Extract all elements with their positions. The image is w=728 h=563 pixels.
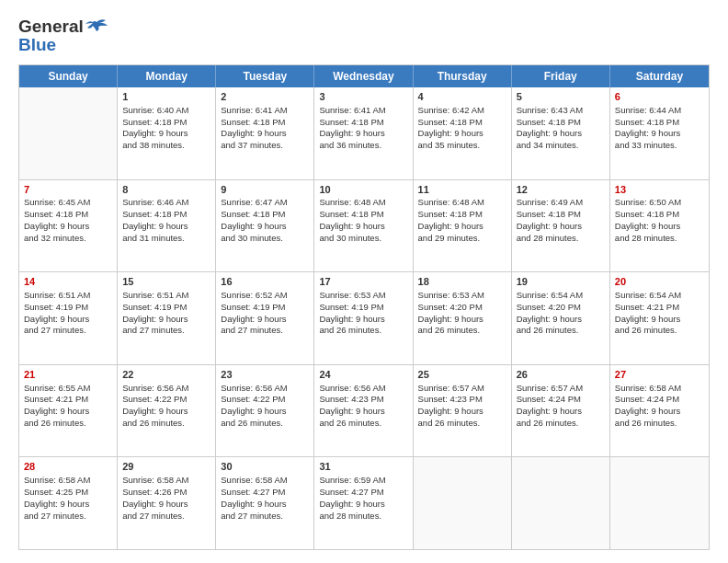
day-info-line: Daylight: 9 hours (319, 221, 407, 233)
day-info-line: Sunset: 4:23 PM (319, 394, 407, 406)
calendar-header: SundayMondayTuesdayWednesdayThursdayFrid… (19, 65, 709, 87)
day-info-line: Sunset: 4:24 PM (615, 394, 704, 406)
day-info-line: Sunset: 4:21 PM (24, 394, 112, 406)
day-info-line: Daylight: 9 hours (517, 406, 605, 418)
day-number: 26 (517, 368, 605, 382)
calendar: SundayMondayTuesdayWednesdayThursdayFrid… (18, 64, 710, 550)
day-info-line: and 29 minutes. (418, 233, 506, 245)
day-info-line: Daylight: 9 hours (615, 314, 704, 326)
day-info-line: Sunrise: 6:50 AM (615, 197, 704, 209)
day-cell-empty (512, 457, 610, 549)
day-info-line: Daylight: 9 hours (319, 406, 407, 418)
day-number: 18 (418, 275, 506, 289)
day-info-line: Sunrise: 6:51 AM (24, 290, 112, 302)
day-info-line: Sunset: 4:18 PM (418, 117, 506, 129)
day-cell-1: 1Sunrise: 6:40 AMSunset: 4:18 PMDaylight… (118, 87, 216, 179)
day-info-line: and 26 minutes. (615, 418, 704, 430)
day-cell-28: 28Sunrise: 6:58 AMSunset: 4:25 PMDayligh… (19, 457, 118, 549)
day-info-line: and 32 minutes. (24, 233, 112, 245)
day-info-line: Sunset: 4:18 PM (615, 117, 704, 129)
day-number: 24 (319, 368, 407, 382)
day-cell-30: 30Sunrise: 6:58 AMSunset: 4:27 PMDayligh… (216, 457, 314, 549)
day-cell-empty (610, 457, 709, 549)
day-number: 27 (615, 368, 704, 382)
day-cell-2: 2Sunrise: 6:41 AMSunset: 4:18 PMDaylight… (216, 87, 314, 179)
day-info-line: Sunrise: 6:41 AM (319, 105, 407, 117)
day-cell-18: 18Sunrise: 6:53 AMSunset: 4:20 PMDayligh… (414, 272, 512, 364)
header-day-sunday: Sunday (19, 65, 118, 87)
logo: General Blue (18, 17, 109, 55)
header: General Blue (18, 17, 710, 55)
day-info-line: Sunset: 4:18 PM (418, 209, 506, 221)
day-info-line: and 30 minutes. (221, 233, 309, 245)
day-cell-26: 26Sunrise: 6:57 AMSunset: 4:24 PMDayligh… (512, 365, 610, 457)
day-info-line: Sunset: 4:19 PM (221, 302, 309, 314)
day-info-line: and 28 minutes. (319, 511, 407, 523)
day-info-line: Sunset: 4:25 PM (24, 487, 112, 499)
day-cell-23: 23Sunrise: 6:56 AMSunset: 4:22 PMDayligh… (216, 365, 314, 457)
day-info-line: Sunrise: 6:51 AM (122, 290, 210, 302)
day-cell-19: 19Sunrise: 6:54 AMSunset: 4:20 PMDayligh… (512, 272, 610, 364)
day-info-line: Sunset: 4:20 PM (418, 302, 506, 314)
day-info-line: Sunrise: 6:45 AM (24, 197, 112, 209)
day-info-line: Sunrise: 6:47 AM (221, 197, 309, 209)
day-info-line: Sunset: 4:19 PM (24, 302, 112, 314)
day-cell-empty (414, 457, 512, 549)
day-info-line: Daylight: 9 hours (517, 128, 605, 140)
day-info-line: Daylight: 9 hours (221, 499, 309, 511)
day-info-line: Sunset: 4:27 PM (319, 487, 407, 499)
day-cell-27: 27Sunrise: 6:58 AMSunset: 4:24 PMDayligh… (610, 365, 709, 457)
logo-general: General (18, 17, 84, 37)
day-cell-13: 13Sunrise: 6:50 AMSunset: 4:18 PMDayligh… (610, 180, 709, 272)
day-info-line: Sunset: 4:22 PM (122, 394, 210, 406)
day-cell-29: 29Sunrise: 6:58 AMSunset: 4:26 PMDayligh… (118, 457, 216, 549)
day-cell-empty (19, 87, 118, 179)
day-info-line: Sunrise: 6:48 AM (418, 197, 506, 209)
day-info-line: and 28 minutes. (615, 233, 704, 245)
header-day-saturday: Saturday (610, 65, 709, 87)
day-info-line: Sunrise: 6:56 AM (122, 383, 210, 395)
day-info-line: and 26 minutes. (319, 418, 407, 430)
day-info-line: Daylight: 9 hours (615, 406, 704, 418)
day-info-line: Daylight: 9 hours (615, 128, 704, 140)
day-info-line: Sunset: 4:18 PM (221, 209, 309, 221)
day-info-line: and 26 minutes. (122, 418, 210, 430)
day-cell-25: 25Sunrise: 6:57 AMSunset: 4:23 PMDayligh… (414, 365, 512, 457)
day-info-line: Daylight: 9 hours (418, 314, 506, 326)
day-number: 15 (122, 275, 210, 289)
header-day-thursday: Thursday (414, 65, 512, 87)
day-info-line: Daylight: 9 hours (319, 314, 407, 326)
day-info-line: Sunset: 4:18 PM (517, 209, 605, 221)
day-info-line: Daylight: 9 hours (122, 221, 210, 233)
day-cell-6: 6Sunrise: 6:44 AMSunset: 4:18 PMDaylight… (610, 87, 709, 179)
day-info-line: Daylight: 9 hours (24, 406, 112, 418)
day-info-line: Sunrise: 6:41 AM (221, 105, 309, 117)
day-info-line: and 27 minutes. (122, 325, 210, 337)
day-number: 7 (24, 183, 112, 197)
day-info-line: Sunset: 4:22 PM (221, 394, 309, 406)
day-cell-16: 16Sunrise: 6:52 AMSunset: 4:19 PMDayligh… (216, 272, 314, 364)
day-info-line: Daylight: 9 hours (221, 128, 309, 140)
day-info-line: and 27 minutes. (122, 511, 210, 523)
day-info-line: Daylight: 9 hours (615, 221, 704, 233)
header-day-friday: Friday (512, 65, 610, 87)
day-info-line: and 26 minutes. (615, 325, 704, 337)
day-info-line: Sunrise: 6:56 AM (319, 383, 407, 395)
day-info-line: and 26 minutes. (418, 325, 506, 337)
day-number: 9 (221, 183, 309, 197)
day-number: 16 (221, 275, 309, 289)
day-number: 6 (615, 90, 704, 104)
day-info-line: Sunset: 4:24 PM (517, 394, 605, 406)
day-number: 30 (221, 460, 309, 474)
day-number: 5 (517, 90, 605, 104)
day-info-line: Sunrise: 6:53 AM (319, 290, 407, 302)
day-info-line: and 31 minutes. (122, 233, 210, 245)
day-info-line: Daylight: 9 hours (122, 499, 210, 511)
day-info-line: and 27 minutes. (24, 325, 112, 337)
day-info-line: Daylight: 9 hours (418, 128, 506, 140)
logo-bird-icon (84, 18, 109, 35)
day-info-line: Daylight: 9 hours (24, 314, 112, 326)
day-info-line: Daylight: 9 hours (418, 221, 506, 233)
day-info-line: Sunset: 4:21 PM (615, 302, 704, 314)
day-cell-9: 9Sunrise: 6:47 AMSunset: 4:18 PMDaylight… (216, 180, 314, 272)
